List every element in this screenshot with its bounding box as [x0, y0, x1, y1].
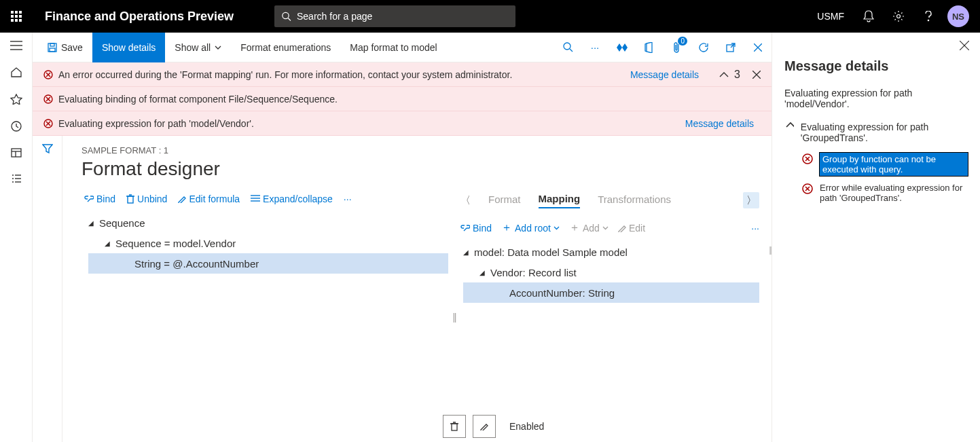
svg-rect-36: [128, 196, 133, 203]
edit-formula-button[interactable]: Edit formula: [175, 192, 242, 206]
map-format-button[interactable]: Map format to model: [340, 33, 446, 62]
tab-next-icon[interactable]: 〉: [743, 192, 759, 208]
svg-point-3: [928, 20, 928, 20]
message-details-link[interactable]: Message details: [630, 69, 706, 80]
format-enumerations-button[interactable]: Format enumerations: [231, 33, 340, 62]
error-icon: [802, 153, 813, 164]
toolbar-overflow[interactable]: ···: [341, 192, 355, 206]
search-box[interactable]: [274, 5, 515, 27]
app-title: Finance and Operations Preview: [33, 10, 234, 24]
expand-collapse-button[interactable]: Expand/collapse: [248, 192, 335, 206]
tab-format[interactable]: Format: [488, 194, 521, 208]
error-icon: [43, 70, 53, 79]
chevron-down-icon: [215, 45, 221, 50]
add-root-button[interactable]: ＋Add root: [501, 221, 560, 235]
error-row-1: An error occurred during the 'Format map…: [33, 62, 772, 87]
avatar[interactable]: NS: [947, 5, 969, 27]
save-label: Save: [61, 42, 83, 53]
close-pane-icon[interactable]: [960, 41, 969, 50]
page-title: Format designer: [81, 158, 772, 180]
tab-prev-icon[interactable]: 〈: [460, 194, 471, 207]
hamburger-icon[interactable]: [10, 41, 22, 50]
chevron-down-icon: [553, 226, 560, 230]
msg-tree-child[interactable]: Group by function can not be executed wi…: [784, 153, 968, 176]
favorites-icon[interactable]: [10, 94, 22, 105]
modules-icon[interactable]: [11, 174, 22, 183]
error-count: 3: [734, 69, 740, 81]
unbind-button[interactable]: Unbind: [124, 192, 170, 206]
tree-node[interactable]: ◢Sequence = model.Vendor: [88, 233, 448, 253]
recent-icon[interactable]: [11, 121, 22, 132]
edit-button[interactable]: [473, 415, 496, 438]
office-icon[interactable]: [636, 33, 663, 62]
add-button[interactable]: ＋Add: [569, 221, 609, 235]
help-icon[interactable]: [913, 0, 943, 33]
error-row-2: Evaluating binding of format component F…: [33, 87, 772, 111]
error-icon: [802, 183, 813, 194]
svg-rect-18: [50, 43, 54, 46]
svg-rect-40: [452, 424, 457, 430]
topbar: Finance and Operations Preview USMF NS: [0, 0, 980, 33]
error-icon: [43, 94, 53, 104]
format-toolbar: Bind Unbind Edit formula Expand/collapse…: [81, 192, 448, 213]
tree-node[interactable]: ◢model: Data model Sample model: [463, 242, 759, 262]
mapping-tree: ◢model: Data model Sample model ◢Vendor:…: [460, 242, 759, 303]
actionbar: Save Show details Show all Format enumer…: [33, 33, 772, 62]
show-all-button[interactable]: Show all: [165, 33, 231, 62]
search-icon: [281, 11, 291, 22]
left-rail: [0, 33, 33, 442]
edit-button[interactable]: Edit: [618, 223, 645, 234]
svg-point-20: [564, 43, 570, 50]
svg-line-21: [570, 49, 573, 52]
popout-icon[interactable]: [717, 33, 744, 62]
mapping-panel: 〈 Format Mapping Transformations 〉 Bind …: [460, 192, 772, 442]
home-icon[interactable]: [10, 67, 22, 77]
filter-column[interactable]: [33, 136, 62, 442]
attachment-icon[interactable]: 0: [663, 33, 690, 62]
search-input[interactable]: [297, 11, 509, 22]
tree-node[interactable]: ◢Sequence: [88, 213, 448, 233]
workspaces-icon[interactable]: [11, 148, 22, 158]
overflow-icon[interactable]: ···: [581, 33, 609, 62]
show-details-button[interactable]: Show details: [92, 33, 165, 62]
diamond-icon[interactable]: [609, 33, 636, 62]
splitter[interactable]: ‖: [448, 192, 460, 442]
svg-rect-19: [50, 48, 55, 52]
notifications-icon[interactable]: [854, 0, 884, 33]
tab-mapping[interactable]: Mapping: [539, 193, 581, 208]
svg-point-2: [897, 15, 901, 18]
message-details-link[interactable]: Message details: [685, 118, 761, 129]
save-button[interactable]: Save: [38, 33, 92, 62]
error-row-3: Evaluating expression for path 'model/Ve…: [33, 111, 772, 136]
bind-button[interactable]: Bind: [81, 192, 118, 206]
bind-button[interactable]: Bind: [460, 223, 492, 234]
legal-entity[interactable]: USMF: [807, 11, 854, 22]
pane-title: Message details: [784, 58, 968, 74]
app-launcher[interactable]: [0, 0, 33, 33]
format-tree: ◢Sequence ◢Sequence = model.Vendor Strin…: [81, 213, 448, 274]
tab-transformations[interactable]: Transformations: [598, 194, 671, 208]
mapping-overflow-icon[interactable]: ···: [751, 223, 759, 234]
error-text: Evaluating expression for path 'model/Ve…: [58, 118, 254, 129]
attachment-badge: 0: [678, 37, 687, 45]
tree-node-selected[interactable]: String = @.AccountNumber: [88, 253, 448, 274]
svg-line-1: [288, 18, 291, 21]
tree-node-selected[interactable]: AccountNumber: String: [463, 282, 759, 303]
error-icon: [43, 119, 53, 128]
main-area: Save Show details Show all Format enumer…: [33, 33, 772, 442]
msg-tree-child[interactable]: Error while evaluating expression for pa…: [784, 183, 968, 203]
find-icon[interactable]: [554, 33, 581, 62]
svg-point-0: [283, 12, 289, 18]
workspace: SAMPLE FORMAT : 1 Format designer Bind U…: [33, 136, 772, 442]
tree-node[interactable]: ◢Vendor: Record list: [463, 262, 759, 282]
message-details-pane: Message details Evaluating expression fo…: [772, 33, 980, 442]
mapping-toolbar: Bind ＋Add root ＋Add Edit ···: [460, 214, 759, 242]
refresh-icon[interactable]: [690, 33, 717, 62]
delete-button[interactable]: [443, 415, 466, 438]
collapse-icon[interactable]: [719, 71, 729, 78]
top-right: USMF NS: [807, 0, 980, 33]
msg-tree-node[interactable]: Evaluating expression for path 'GroupedT…: [784, 122, 968, 143]
settings-icon[interactable]: [884, 0, 913, 33]
close-icon[interactable]: [744, 33, 772, 62]
dismiss-icon[interactable]: [752, 71, 761, 79]
